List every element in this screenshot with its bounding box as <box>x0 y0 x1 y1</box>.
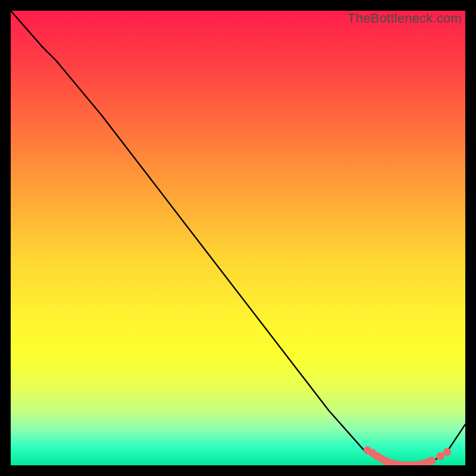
highlight-dot <box>436 452 444 461</box>
highlight-dot <box>428 457 436 465</box>
curve-line <box>11 11 465 465</box>
chart-svg <box>11 11 465 465</box>
chart-plot-area: TheBottleneck.com <box>11 11 465 465</box>
highlight-dot <box>443 448 452 456</box>
chart-frame: TheBottleneck.com <box>0 0 476 476</box>
